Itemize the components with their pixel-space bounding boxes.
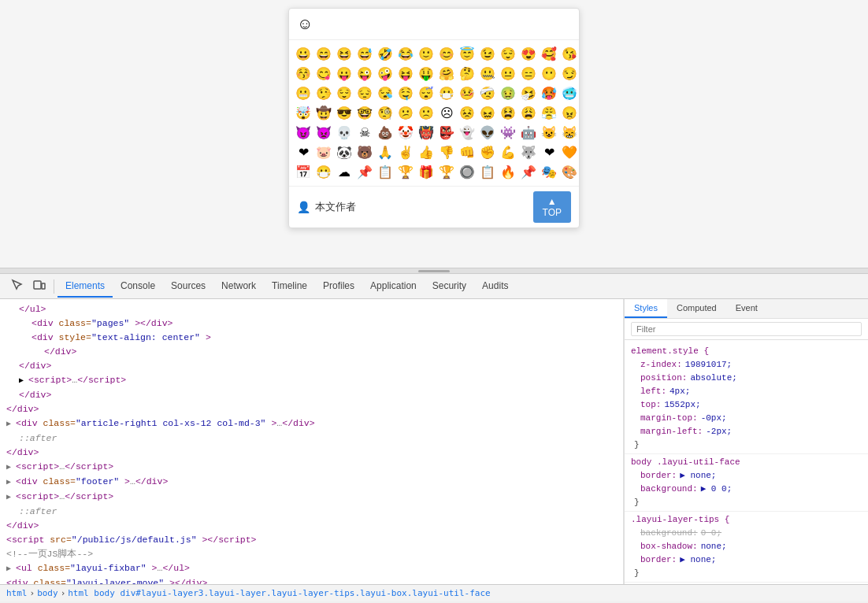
styles-tab-event[interactable]: Event <box>726 299 767 318</box>
emoji-cell[interactable]: 😊 <box>437 45 456 63</box>
emoji-cell[interactable]: 😈 <box>294 124 313 142</box>
emoji-cell[interactable]: 🤒 <box>458 84 477 102</box>
device-mode-button[interactable] <box>28 276 50 297</box>
emoji-cell[interactable]: 🤧 <box>519 84 538 102</box>
emoji-cell[interactable]: ❤ <box>540 143 558 161</box>
emoji-cell[interactable]: 👹 <box>417 124 436 142</box>
emoji-cell[interactable]: 😠 <box>560 104 579 122</box>
emoji-cell[interactable]: 🤥 <box>314 84 333 102</box>
emoji-cell[interactable]: 😚 <box>294 65 313 83</box>
emoji-cell[interactable]: 😖 <box>478 104 497 122</box>
emoji-cell[interactable]: 🙏 <box>376 143 395 161</box>
emoji-cell[interactable]: 🤣 <box>376 45 395 63</box>
breadcrumb-html[interactable]: html <box>6 588 28 598</box>
emoji-cell[interactable]: 😅 <box>355 45 374 63</box>
emoji-cell[interactable]: 👎 <box>437 143 456 161</box>
emoji-cell[interactable]: 🤑 <box>417 65 436 83</box>
emoji-cell[interactable]: 😎 <box>335 104 354 122</box>
emoji-cell[interactable]: 😌 <box>335 84 354 102</box>
tab-security[interactable]: Security <box>425 276 474 298</box>
emoji-cell[interactable]: 🤖 <box>519 124 538 142</box>
emoji-cell[interactable]: 😺 <box>540 124 558 142</box>
emoji-cell[interactable]: 👾 <box>499 124 517 142</box>
breadcrumb-body[interactable]: body <box>37 588 58 598</box>
emoji-cell[interactable]: 😄 <box>314 45 333 63</box>
tab-network[interactable]: Network <box>213 276 264 298</box>
emoji-cell[interactable]: 💪 <box>499 143 517 161</box>
emoji-cell[interactable]: 😏 <box>560 65 579 83</box>
emoji-cell[interactable]: 🎨 <box>560 163 579 181</box>
emoji-cell[interactable]: 💀 <box>335 124 354 142</box>
emoji-cell[interactable]: 🎭 <box>540 163 558 181</box>
emoji-cell[interactable]: 😇 <box>458 45 477 63</box>
emoji-cell[interactable]: 🤢 <box>499 84 517 102</box>
emoji-cell[interactable]: 😆 <box>335 45 354 63</box>
emoji-cell[interactable]: 😀 <box>294 45 313 63</box>
dom-panel[interactable]: </ul> <div class="pages" ></div> <div st… <box>0 299 624 584</box>
styles-content[interactable]: element.style { z-index: 19891017; posit… <box>625 340 868 584</box>
emoji-cell[interactable]: 😷 <box>437 84 456 102</box>
emoji-cell[interactable]: 🥰 <box>540 45 558 63</box>
styles-tab-styles[interactable]: Styles <box>625 299 667 318</box>
emoji-cell[interactable]: 🥵 <box>540 84 558 102</box>
styles-tab-computed[interactable]: Computed <box>667 299 726 318</box>
emoji-cell[interactable]: 🐻 <box>355 143 374 161</box>
emoji-cell[interactable]: 😌 <box>499 45 517 63</box>
emoji-cell[interactable]: 🎁 <box>417 163 436 181</box>
emoji-cell[interactable]: 😴 <box>417 84 436 102</box>
emoji-cell[interactable]: 🤓 <box>355 104 374 122</box>
emoji-cell[interactable]: 😸 <box>560 124 579 142</box>
emoji-cell[interactable]: 🤪 <box>376 65 395 83</box>
emoji-cell[interactable]: 👊 <box>458 143 477 161</box>
top-button[interactable]: ▲TOP <box>533 191 571 223</box>
emoji-cell[interactable]: 🙁 <box>417 104 436 122</box>
emoji-cell[interactable]: 📋 <box>478 163 497 181</box>
emoji-cell[interactable]: ☹ <box>437 104 456 122</box>
emoji-cell[interactable]: 😪 <box>376 84 395 102</box>
emoji-cell[interactable]: 🧐 <box>376 104 395 122</box>
emoji-cell[interactable]: 😣 <box>458 104 477 122</box>
tab-timeline[interactable]: Timeline <box>264 276 315 298</box>
emoji-cell[interactable]: ✌ <box>396 143 415 161</box>
emoji-cell[interactable]: 😍 <box>519 45 538 63</box>
styles-filter-input[interactable] <box>631 322 862 336</box>
emoji-cell[interactable]: 🤠 <box>314 104 333 122</box>
emoji-cell[interactable]: ☁ <box>335 163 354 181</box>
emoji-cell[interactable]: 😶 <box>540 65 558 83</box>
emoji-cell[interactable]: 👍 <box>417 143 436 161</box>
emoji-cell[interactable]: 🔥 <box>499 163 517 181</box>
inspect-element-button[interactable] <box>6 276 28 297</box>
emoji-cell[interactable]: 😕 <box>396 104 415 122</box>
emoji-search-input[interactable] <box>319 18 571 30</box>
emoji-grid-container[interactable]: 😀 😄 😆 😅 🤣 😂 🙂 😊 😇 😉 😌 😍 🥰 😘 😗 😙 😚 😋 <box>289 40 579 187</box>
emoji-cell[interactable]: 👺 <box>437 124 456 142</box>
emoji-cell[interactable]: 🤕 <box>478 84 497 102</box>
emoji-cell[interactable]: 🐺 <box>519 143 538 161</box>
emoji-cell[interactable]: 😩 <box>519 104 538 122</box>
breadcrumb-div[interactable]: html body div#layui-layer3.layui-layer.l… <box>68 588 490 598</box>
emoji-cell[interactable]: 🙂 <box>417 45 436 63</box>
emoji-cell[interactable]: 😉 <box>478 45 497 63</box>
tab-profiles[interactable]: Profiles <box>315 276 362 298</box>
emoji-cell[interactable]: 🤡 <box>396 124 415 142</box>
emoji-cell[interactable]: 🤗 <box>437 65 456 83</box>
emoji-cell[interactable]: 🤯 <box>294 104 313 122</box>
tab-application[interactable]: Application <box>362 276 425 298</box>
emoji-cell[interactable]: ☠ <box>355 124 374 142</box>
emoji-cell[interactable]: 😫 <box>499 104 517 122</box>
tab-sources[interactable]: Sources <box>163 276 213 298</box>
emoji-cell[interactable]: 😜 <box>355 65 374 83</box>
emoji-cell[interactable]: 🐼 <box>335 143 354 161</box>
emoji-cell[interactable]: 😝 <box>396 65 415 83</box>
emoji-cell[interactable]: 🤤 <box>396 84 415 102</box>
emoji-cell[interactable]: 🥶 <box>560 84 579 102</box>
emoji-cell[interactable]: ❤ <box>294 143 313 161</box>
emoji-cell[interactable]: 💩 <box>376 124 395 142</box>
emoji-cell[interactable]: 👻 <box>458 124 477 142</box>
emoji-cell[interactable]: 🏆 <box>437 163 456 181</box>
emoji-cell[interactable]: 📌 <box>355 163 374 181</box>
emoji-cell[interactable]: 👽 <box>478 124 497 142</box>
emoji-cell[interactable]: 😘 <box>560 45 579 63</box>
emoji-cell[interactable]: 😛 <box>335 65 354 83</box>
emoji-cell[interactable]: ✊ <box>478 143 497 161</box>
